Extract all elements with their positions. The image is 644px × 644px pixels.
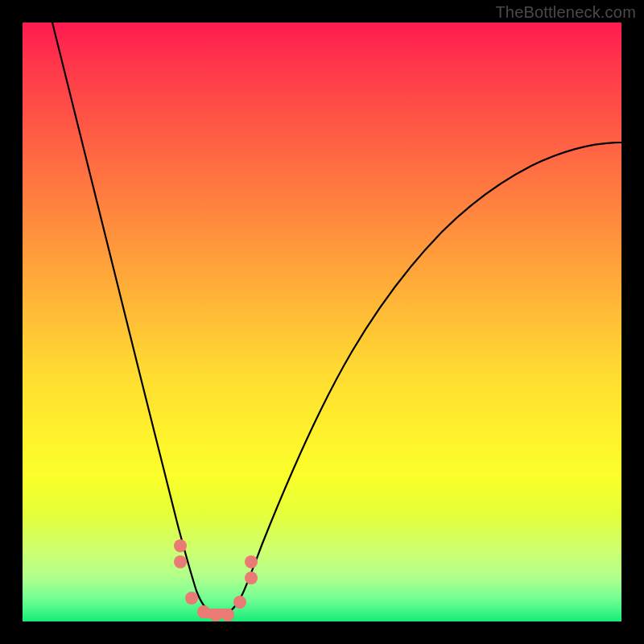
chart-frame: TheBottleneck.com (0, 0, 644, 644)
marker-dot (245, 572, 258, 584)
marker-dot (174, 539, 187, 552)
marker-dot (174, 555, 187, 568)
plot-area (23, 23, 621, 621)
watermark-text: TheBottleneck.com (495, 3, 636, 22)
curve-layer (23, 23, 621, 621)
marker-group (174, 539, 258, 621)
marker-dot (185, 592, 198, 605)
bottleneck-curve (52, 23, 621, 615)
marker-dot (233, 596, 246, 609)
marker-bar (198, 609, 233, 618)
marker-dot (245, 555, 258, 568)
